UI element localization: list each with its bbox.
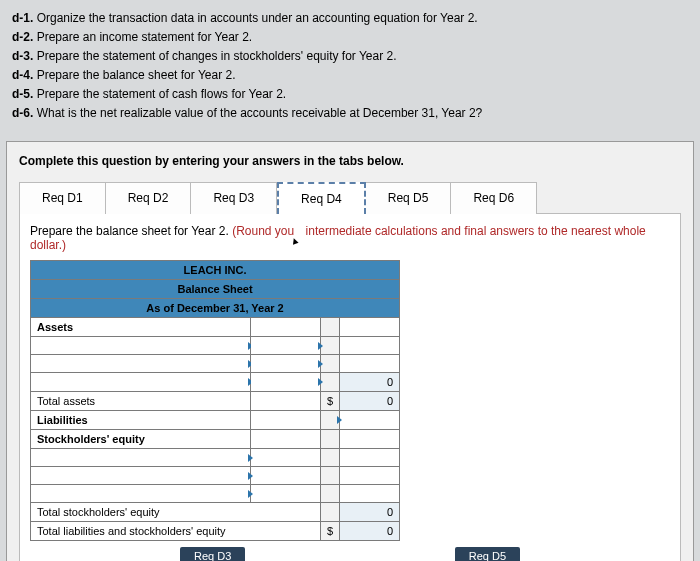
table-row [31,485,400,503]
cell-input[interactable] [340,467,400,485]
question-id: d-6. [12,106,33,120]
question-text: Prepare the statement of changes in stoc… [37,49,397,63]
balance-sheet-table: LEACH INC. Balance Sheet As of December … [30,260,400,541]
row-label-total-se: Total stockholders' equity [31,503,321,522]
question-id: d-3. [12,49,33,63]
table-row: 0 [31,373,400,392]
table-row: Total stockholders' equity0 [31,503,400,522]
cell-value: 0 [340,373,400,392]
table-row [31,355,400,373]
cell-input[interactable] [251,467,321,485]
tab-body: Prepare the balance sheet for Year 2. (R… [19,213,681,561]
cell-input[interactable] [340,485,400,503]
instruction-text: Complete this question by entering your … [19,154,681,168]
question-text: Organize the transaction data in account… [37,11,478,25]
tab-req-d5[interactable]: Req D5 [366,182,452,214]
cell-input[interactable] [340,337,400,355]
row-label-liabilities: Liabilities [31,411,251,430]
tab-req-d4[interactable]: Req D4 [277,182,366,214]
table-row: Stockholders' equity [31,430,400,449]
cell-input[interactable] [340,430,400,449]
tab-req-d6[interactable]: Req D6 [451,182,537,214]
next-button[interactable]: Req D5 [455,547,520,561]
sheet-asof: As of December 31, Year 2 [31,299,400,318]
prev-button[interactable]: Req D3 [180,547,245,561]
table-row: Liabilities [31,411,400,430]
cell-input[interactable] [251,449,321,467]
currency-symbol: $ [321,392,340,411]
table-row: Total assets$0 [31,392,400,411]
tab-req-d3[interactable]: Req D3 [191,182,277,214]
cell-input[interactable] [340,318,400,337]
question-text: Prepare the statement of cash flows for … [37,87,286,101]
cell-input[interactable] [251,337,321,355]
row-label-total-assets: Total assets [31,392,251,411]
row-label-total-liab-se: Total liabilities and stockholders' equi… [31,522,321,541]
question-id: d-5. [12,87,33,101]
question-id: d-1. [12,11,33,25]
cell-input[interactable] [340,411,400,430]
cell-input[interactable] [251,430,321,449]
cell-value: 0 [340,503,400,522]
cell-input[interactable] [251,485,321,503]
cell-input[interactable] [31,373,251,392]
cell-input[interactable] [251,392,321,411]
cell-input[interactable] [251,355,321,373]
table-row: Total liabilities and stockholders' equi… [31,522,400,541]
pager: Req D3 Req D5 [180,547,520,561]
currency-symbol: $ [321,522,340,541]
answer-panel: Complete this question by entering your … [6,141,694,561]
cell-input[interactable] [340,449,400,467]
row-label-assets: Assets [31,318,251,337]
cell-input[interactable] [31,467,251,485]
table-row: Assets [31,318,400,337]
tabs-bar: Req D1 Req D2 Req D3 Req D4 Req D5 Req D… [19,182,681,214]
question-text: Prepare an income statement for Year 2. [37,30,252,44]
question-id: d-2. [12,30,33,44]
tab-req-d1[interactable]: Req D1 [19,182,106,214]
cell-input[interactable] [340,355,400,373]
row-label-stockholders-equity: Stockholders' equity [31,430,251,449]
cell-input[interactable] [31,337,251,355]
question-id: d-4. [12,68,33,82]
cell-input[interactable] [31,485,251,503]
table-row [31,467,400,485]
question-text: Prepare the balance sheet for Year 2. [37,68,236,82]
table-row [31,449,400,467]
cell-input[interactable] [251,318,321,337]
cell-input[interactable] [251,411,321,430]
cell-value: 0 [340,522,400,541]
cell-value: 0 [340,392,400,411]
tab-description: Prepare the balance sheet for Year 2. (R… [30,224,670,252]
cell-input[interactable] [31,355,251,373]
table-row [31,337,400,355]
question-text: What is the net realizable value of the … [37,106,483,120]
tab-req-d2[interactable]: Req D2 [106,182,192,214]
cell-input[interactable] [31,449,251,467]
cell-input[interactable] [251,373,321,392]
sheet-company: LEACH INC. [31,261,400,280]
question-list: d-1. Organize the transaction data in ac… [0,0,700,135]
sheet-title: Balance Sheet [31,280,400,299]
